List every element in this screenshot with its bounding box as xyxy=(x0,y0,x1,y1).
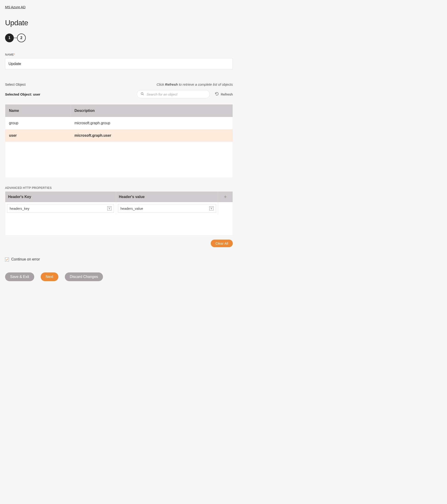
col-name: Name xyxy=(5,105,71,117)
object-table-header: Name Description xyxy=(5,105,233,117)
continue-on-error-label: Continue on error xyxy=(11,257,40,261)
step-2[interactable]: 2 xyxy=(17,34,26,42)
selected-object-label: Selected Object: user xyxy=(5,92,40,96)
col-description: Description xyxy=(71,105,233,117)
clear-all-button[interactable]: Clear All xyxy=(211,240,233,247)
header-value-value: headers_value xyxy=(120,207,143,210)
hint-suffix: to retrieve a complete list of objects xyxy=(178,82,233,86)
object-row[interactable]: group microsoft.graph.group xyxy=(5,117,233,129)
variable-icon[interactable]: V xyxy=(209,206,213,210)
required-asterisk: * xyxy=(14,53,15,56)
search-wrapper xyxy=(137,90,210,98)
step-separator xyxy=(14,38,17,38)
refresh-label: Refresh xyxy=(221,92,233,96)
name-label: NAME* xyxy=(5,53,233,56)
step-1[interactable]: 1 xyxy=(5,34,14,42)
discard-button[interactable]: Discard Changes xyxy=(65,272,103,281)
breadcrumb-link[interactable]: MS Azure AD xyxy=(5,5,25,9)
headers-table: Header's Key Header's value + headers_ke… xyxy=(5,191,233,235)
stepper: 1 2 xyxy=(5,34,233,42)
add-header-button[interactable]: + xyxy=(218,192,233,202)
header-key-input[interactable]: headers_key V xyxy=(7,204,114,213)
object-table: Name Description group microsoft.graph.g… xyxy=(5,104,233,178)
refresh-hint: Click Refresh to retrieve a complete lis… xyxy=(156,82,233,86)
advanced-properties-label: ADVANCED HTTP PROPERTIES xyxy=(5,186,233,190)
hint-prefix: Click xyxy=(156,82,165,86)
hint-bold: Refresh xyxy=(165,82,178,86)
header-row-actions xyxy=(218,202,233,215)
col-header-value: Header's value xyxy=(116,192,218,202)
footer-buttons: Save & Exit Next Discard Changes xyxy=(5,272,233,281)
header-value-input[interactable]: headers_value V xyxy=(118,204,216,213)
variable-icon[interactable]: V xyxy=(107,206,112,210)
name-input[interactable] xyxy=(5,58,233,70)
object-table-body: group microsoft.graph.group user microso… xyxy=(5,117,233,178)
col-header-key: Header's Key xyxy=(5,192,116,202)
continue-on-error-checkbox[interactable] xyxy=(5,257,9,261)
header-row: headers_key V headers_value V xyxy=(5,202,233,215)
object-row-name: group xyxy=(5,117,71,129)
next-button[interactable]: Next xyxy=(41,272,58,281)
object-row-description: microsoft.graph.group xyxy=(71,117,233,129)
svg-point-0 xyxy=(141,92,143,95)
object-row-description: microsoft.graph.user xyxy=(71,129,233,142)
refresh-button[interactable]: Refresh xyxy=(215,92,233,96)
header-key-value: headers_key xyxy=(10,207,29,210)
object-row-name: user xyxy=(5,129,71,142)
svg-line-1 xyxy=(143,94,144,95)
page-title: Update xyxy=(5,18,233,27)
refresh-icon xyxy=(215,92,219,96)
name-label-text: NAME xyxy=(5,53,14,56)
headers-table-header: Header's Key Header's value + xyxy=(5,192,233,202)
object-row[interactable]: user microsoft.graph.user xyxy=(5,129,233,142)
search-icon xyxy=(141,92,144,96)
save-exit-button[interactable]: Save & Exit xyxy=(5,272,34,281)
object-search-input[interactable] xyxy=(146,92,206,96)
select-object-label: Select Object xyxy=(5,82,25,86)
